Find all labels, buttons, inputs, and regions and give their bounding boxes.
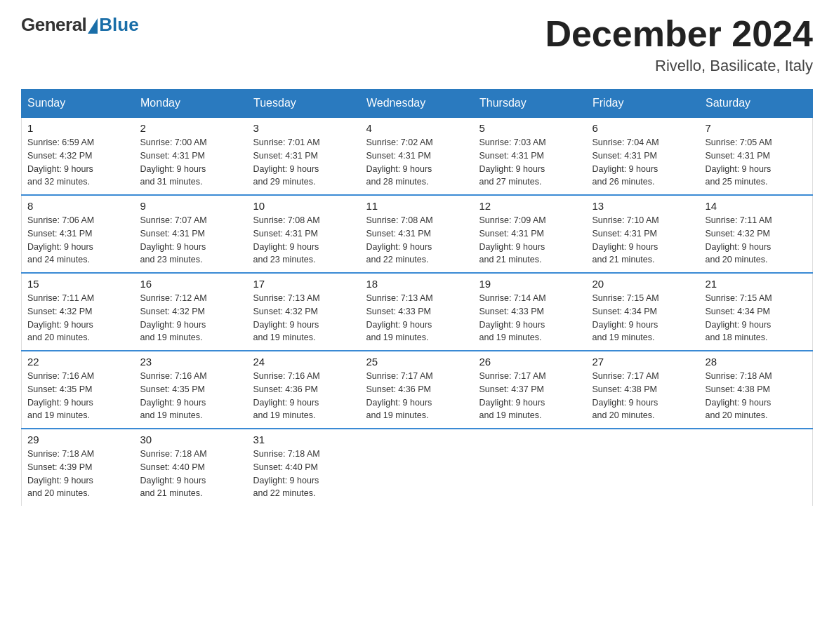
day-number: 4 [366, 122, 468, 134]
calendar-body: 1 Sunrise: 6:59 AMSunset: 4:32 PMDayligh… [22, 117, 813, 506]
calendar-cell: 7 Sunrise: 7:05 AMSunset: 4:31 PMDayligh… [700, 117, 813, 195]
day-number: 16 [140, 278, 242, 290]
logo: General Blue [21, 14, 139, 36]
day-number: 26 [479, 356, 581, 368]
day-number: 27 [593, 356, 694, 368]
day-number: 12 [479, 200, 581, 212]
calendar-cell: 24 Sunrise: 7:16 AMSunset: 4:36 PMDaylig… [248, 351, 361, 429]
calendar-cell: 10 Sunrise: 7:08 AMSunset: 4:31 PMDaylig… [248, 195, 361, 273]
day-info: Sunrise: 7:02 AMSunset: 4:31 PMDaylight:… [366, 136, 468, 189]
calendar-cell: 11 Sunrise: 7:08 AMSunset: 4:31 PMDaylig… [361, 195, 474, 273]
day-number: 8 [27, 200, 129, 212]
day-info: Sunrise: 7:18 AMSunset: 4:40 PMDaylight:… [253, 448, 355, 500]
calendar-cell [474, 429, 587, 506]
day-number: 6 [593, 122, 694, 134]
col-wednesday: Wednesday [361, 90, 474, 118]
calendar-cell: 8 Sunrise: 7:06 AMSunset: 4:31 PMDayligh… [22, 195, 135, 273]
calendar-table: Sunday Monday Tuesday Wednesday Thursday… [21, 89, 813, 506]
day-number: 5 [479, 122, 581, 134]
calendar-week-5: 29 Sunrise: 7:18 AMSunset: 4:39 PMDaylig… [22, 429, 813, 506]
calendar-header: Sunday Monday Tuesday Wednesday Thursday… [22, 90, 813, 118]
day-info: Sunrise: 7:05 AMSunset: 4:31 PMDaylight:… [706, 136, 807, 189]
day-number: 13 [593, 200, 694, 212]
day-info: Sunrise: 7:15 AMSunset: 4:34 PMDaylight:… [593, 292, 694, 344]
month-title: December 2024 [545, 14, 813, 54]
day-info: Sunrise: 7:09 AMSunset: 4:31 PMDaylight:… [479, 214, 581, 267]
calendar-cell: 9 Sunrise: 7:07 AMSunset: 4:31 PMDayligh… [135, 195, 248, 273]
day-info: Sunrise: 7:11 AMSunset: 4:32 PMDaylight:… [27, 292, 129, 344]
calendar-cell: 13 Sunrise: 7:10 AMSunset: 4:31 PMDaylig… [587, 195, 700, 273]
title-section: December 2024 Rivello, Basilicate, Italy [545, 14, 813, 75]
calendar-week-4: 22 Sunrise: 7:16 AMSunset: 4:35 PMDaylig… [22, 351, 813, 429]
calendar-cell: 23 Sunrise: 7:16 AMSunset: 4:35 PMDaylig… [135, 351, 248, 429]
day-info: Sunrise: 7:07 AMSunset: 4:31 PMDaylight:… [140, 214, 242, 267]
day-info: Sunrise: 7:01 AMSunset: 4:31 PMDaylight:… [253, 136, 355, 189]
day-number: 2 [140, 122, 242, 134]
calendar-cell [361, 429, 474, 506]
col-sunday: Sunday [22, 90, 135, 118]
calendar-cell: 6 Sunrise: 7:04 AMSunset: 4:31 PMDayligh… [587, 117, 700, 195]
calendar-cell: 19 Sunrise: 7:14 AMSunset: 4:33 PMDaylig… [474, 273, 587, 351]
col-saturday: Saturday [700, 90, 813, 118]
col-thursday: Thursday [474, 90, 587, 118]
day-info: Sunrise: 7:16 AMSunset: 4:35 PMDaylight:… [27, 370, 129, 422]
day-info: Sunrise: 7:14 AMSunset: 4:33 PMDaylight:… [479, 292, 581, 344]
calendar-cell: 28 Sunrise: 7:18 AMSunset: 4:38 PMDaylig… [700, 351, 813, 429]
day-info: Sunrise: 7:18 AMSunset: 4:40 PMDaylight:… [140, 448, 242, 500]
calendar-cell: 4 Sunrise: 7:02 AMSunset: 4:31 PMDayligh… [361, 117, 474, 195]
calendar-cell: 21 Sunrise: 7:15 AMSunset: 4:34 PMDaylig… [700, 273, 813, 351]
day-number: 9 [140, 200, 242, 212]
calendar-cell [587, 429, 700, 506]
calendar-cell: 5 Sunrise: 7:03 AMSunset: 4:31 PMDayligh… [474, 117, 587, 195]
calendar-cell: 17 Sunrise: 7:13 AMSunset: 4:32 PMDaylig… [248, 273, 361, 351]
day-info: Sunrise: 6:59 AMSunset: 4:32 PMDaylight:… [27, 136, 129, 189]
calendar-cell: 14 Sunrise: 7:11 AMSunset: 4:32 PMDaylig… [700, 195, 813, 273]
calendar-cell: 18 Sunrise: 7:13 AMSunset: 4:33 PMDaylig… [361, 273, 474, 351]
day-info: Sunrise: 7:08 AMSunset: 4:31 PMDaylight:… [366, 214, 468, 267]
day-number: 10 [253, 200, 355, 212]
day-info: Sunrise: 7:03 AMSunset: 4:31 PMDaylight:… [479, 136, 581, 189]
calendar-cell: 30 Sunrise: 7:18 AMSunset: 4:40 PMDaylig… [135, 429, 248, 506]
day-number: 28 [706, 356, 807, 368]
calendar-cell: 29 Sunrise: 7:18 AMSunset: 4:39 PMDaylig… [22, 429, 135, 506]
day-number: 14 [706, 200, 807, 212]
day-number: 21 [706, 278, 807, 290]
logo-blue-text: Blue [99, 14, 138, 36]
calendar-cell: 22 Sunrise: 7:16 AMSunset: 4:35 PMDaylig… [22, 351, 135, 429]
calendar-cell: 31 Sunrise: 7:18 AMSunset: 4:40 PMDaylig… [248, 429, 361, 506]
calendar-week-2: 8 Sunrise: 7:06 AMSunset: 4:31 PMDayligh… [22, 195, 813, 273]
day-info: Sunrise: 7:10 AMSunset: 4:31 PMDaylight:… [593, 214, 694, 267]
day-info: Sunrise: 7:08 AMSunset: 4:31 PMDaylight:… [253, 214, 355, 267]
day-info: Sunrise: 7:13 AMSunset: 4:33 PMDaylight:… [366, 292, 468, 344]
day-number: 15 [27, 278, 129, 290]
day-info: Sunrise: 7:17 AMSunset: 4:36 PMDaylight:… [366, 370, 468, 422]
logo-general-text: General [21, 14, 86, 36]
day-number: 22 [27, 356, 129, 368]
day-number: 31 [253, 434, 355, 445]
col-friday: Friday [587, 90, 700, 118]
calendar-cell: 3 Sunrise: 7:01 AMSunset: 4:31 PMDayligh… [248, 117, 361, 195]
calendar-cell: 26 Sunrise: 7:17 AMSunset: 4:37 PMDaylig… [474, 351, 587, 429]
calendar-cell: 25 Sunrise: 7:17 AMSunset: 4:36 PMDaylig… [361, 351, 474, 429]
day-info: Sunrise: 7:00 AMSunset: 4:31 PMDaylight:… [140, 136, 242, 189]
calendar-cell: 20 Sunrise: 7:15 AMSunset: 4:34 PMDaylig… [587, 273, 700, 351]
location-title: Rivello, Basilicate, Italy [545, 57, 813, 75]
day-number: 18 [366, 278, 468, 290]
day-info: Sunrise: 7:13 AMSunset: 4:32 PMDaylight:… [253, 292, 355, 344]
day-info: Sunrise: 7:18 AMSunset: 4:38 PMDaylight:… [706, 370, 807, 422]
day-number: 20 [593, 278, 694, 290]
day-number: 25 [366, 356, 468, 368]
calendar-cell: 15 Sunrise: 7:11 AMSunset: 4:32 PMDaylig… [22, 273, 135, 351]
logo-triangle-icon [88, 18, 98, 34]
page-header: General Blue December 2024 Rivello, Basi… [21, 14, 813, 75]
day-info: Sunrise: 7:16 AMSunset: 4:36 PMDaylight:… [253, 370, 355, 422]
day-info: Sunrise: 7:17 AMSunset: 4:38 PMDaylight:… [593, 370, 694, 422]
day-info: Sunrise: 7:12 AMSunset: 4:32 PMDaylight:… [140, 292, 242, 344]
day-number: 23 [140, 356, 242, 368]
day-number: 19 [479, 278, 581, 290]
day-info: Sunrise: 7:04 AMSunset: 4:31 PMDaylight:… [593, 136, 694, 189]
calendar-cell: 16 Sunrise: 7:12 AMSunset: 4:32 PMDaylig… [135, 273, 248, 351]
calendar-cell [700, 429, 813, 506]
day-number: 24 [253, 356, 355, 368]
calendar-week-3: 15 Sunrise: 7:11 AMSunset: 4:32 PMDaylig… [22, 273, 813, 351]
